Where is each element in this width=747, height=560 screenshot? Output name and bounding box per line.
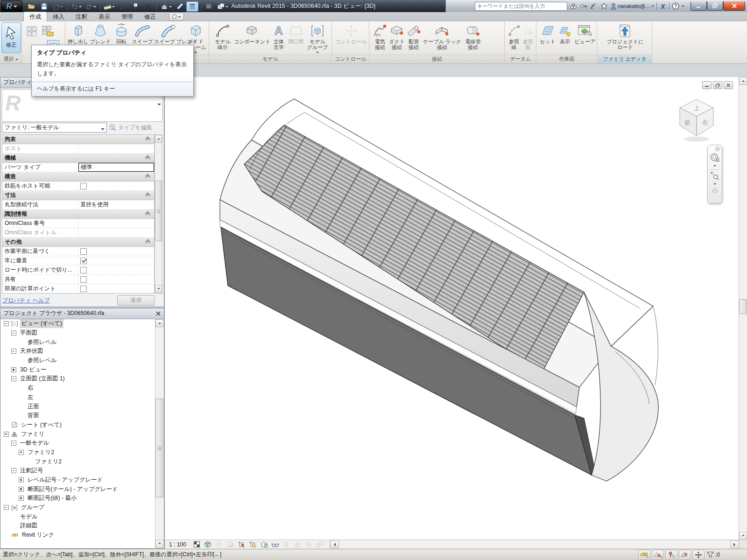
property-value[interactable]: [78, 228, 154, 237]
expander-minus-icon[interactable]: [11, 468, 16, 473]
tree-item[interactable]: Revit リンク: [1, 531, 155, 540]
modify-button[interactable]: 修正: [1, 22, 21, 53]
viewcube[interactable]: 上 前 右: [676, 96, 718, 143]
undo-button[interactable]: [69, 1, 83, 12]
tool-duct-connector[interactable]: ダクト接続: [388, 22, 405, 50]
tree-item[interactable]: ビュー (すべて): [1, 319, 155, 329]
panel-label-control[interactable]: コントロール: [332, 55, 369, 63]
checkbox-unchecked[interactable]: [80, 276, 87, 283]
tree-item[interactable]: 平面図: [1, 329, 155, 338]
tool-workplane-show[interactable]: 表示: [557, 22, 572, 45]
tool-conduit-connector[interactable]: 電線管接続: [462, 22, 484, 50]
property-value[interactable]: [78, 144, 154, 153]
tree-item[interactable]: ファミリ2: [1, 457, 155, 466]
property-value[interactable]: [78, 182, 154, 190]
sun-path-button[interactable]: [214, 540, 225, 549]
tree-item[interactable]: 右: [1, 384, 155, 393]
tool-model-line[interactable]: モデル線分: [213, 22, 233, 50]
sync-with-central-button[interactable]: [50, 1, 64, 12]
filter-button[interactable]: :0: [706, 551, 720, 558]
properties-scrollbar[interactable]: [155, 134, 162, 294]
browser-scrollbar[interactable]: [155, 319, 163, 548]
reveal-hidden-button[interactable]: [281, 540, 292, 549]
tool-control[interactable]: コントロール: [334, 22, 368, 45]
property-value[interactable]: 直径を使用: [78, 200, 154, 209]
text-button[interactable]: A: [142, 1, 154, 12]
family-category-button[interactable]: [41, 23, 55, 39]
navbar-collapse-button[interactable]: [708, 187, 722, 194]
tree-item[interactable]: 詳細図: [1, 521, 155, 531]
aligned-dimension-button[interactable]: [117, 1, 129, 12]
search-button[interactable]: [570, 2, 577, 10]
save-button[interactable]: [38, 1, 50, 12]
property-group-header[interactable]: 識別情報: [2, 210, 154, 219]
tree-item[interactable]: モデル: [1, 512, 155, 521]
worksharing-display-button[interactable]: [303, 540, 314, 549]
expander-plus-icon[interactable]: [19, 477, 24, 483]
crop-region-visibility-button[interactable]: [247, 540, 258, 549]
favorites-button[interactable]: [600, 2, 608, 10]
panel-label-model[interactable]: モデル: [209, 55, 331, 63]
communication-center-button[interactable]: [590, 2, 598, 10]
subscription-button[interactable]: [580, 2, 587, 10]
tool-workplane-set[interactable]: セット: [539, 22, 557, 45]
search-input[interactable]: [475, 2, 567, 11]
tool-reference-line[interactable]: 参照線: [507, 22, 521, 50]
tool-opening[interactable]: 開口部: [288, 22, 304, 45]
tree-item[interactable]: 正面: [1, 402, 155, 411]
properties-help-link[interactable]: プロパティ ヘルプ: [2, 297, 50, 305]
tool-reference-plane[interactable]: 参照面: [521, 22, 536, 50]
view-close-button[interactable]: [724, 81, 733, 89]
tree-item[interactable]: 断面記号(頭) - 最小: [1, 494, 155, 503]
expander-plus-icon[interactable]: [11, 367, 16, 372]
type-selector[interactable]: ファミリ: 一般モデル: [2, 123, 107, 133]
expander-plus-icon[interactable]: [19, 496, 24, 501]
application-menu-button[interactable]: R: [1, 0, 22, 13]
expander-minus-icon[interactable]: [19, 450, 24, 455]
tree-item[interactable]: 断面記号(テール) - アップグレード: [1, 484, 155, 494]
property-group-header[interactable]: 機械: [2, 154, 154, 163]
locked-3d-view-button[interactable]: [259, 540, 269, 549]
tree-item[interactable]: ファミリ: [1, 429, 155, 439]
view-minimize-button[interactable]: [702, 81, 712, 89]
account-menu-button[interactable]: nanakaito@…: [610, 3, 654, 10]
tree-item[interactable]: 参照レベル: [1, 337, 155, 347]
tag-by-category-button[interactable]: 1: [129, 1, 141, 12]
tab-管理[interactable]: 管理: [116, 12, 139, 21]
tool-revolve[interactable]: 回転: [112, 22, 131, 45]
tree-item[interactable]: レベル記号 - アップグレード: [1, 476, 155, 485]
panel-label-workplane[interactable]: 作業面: [537, 55, 597, 63]
expander-minus-icon[interactable]: [4, 432, 9, 437]
tree-item[interactable]: 立面図 (立面図 1): [1, 374, 155, 384]
select-underlay-button[interactable]: [652, 550, 664, 560]
checkbox-unchecked[interactable]: [80, 267, 87, 273]
tool-model-text[interactable]: A立体文字: [270, 22, 288, 50]
tab-作成[interactable]: 作成: [23, 12, 47, 21]
tool-viewer[interactable]: ビューア: [573, 22, 597, 45]
property-value[interactable]: 標準: [78, 163, 154, 172]
tool-load-into-project[interactable]: プロジェクトにロード: [601, 22, 649, 50]
tool-blend[interactable]: ブレンド: [89, 22, 112, 45]
view-restore-button[interactable]: [713, 81, 722, 89]
expander-minus-icon[interactable]: [4, 505, 9, 510]
tool-pipe-connector[interactable]: 配管接続: [405, 22, 422, 50]
expander-minus-icon[interactable]: [11, 376, 16, 381]
redo-button[interactable]: [84, 1, 98, 12]
checkbox-checked[interactable]: [80, 258, 87, 264]
steering-wheel-menu[interactable]: [708, 163, 722, 168]
select-panel-label[interactable]: 選択: [0, 55, 21, 63]
horizontal-scrollbar[interactable]: [330, 540, 739, 548]
restore-button[interactable]: [707, 1, 723, 11]
zoom-menu[interactable]: [708, 181, 722, 187]
project-browser-header[interactable]: プロジェクト ブラウザ - 3D0650640.rfa: [0, 308, 164, 319]
expander-minus-icon[interactable]: [11, 441, 16, 446]
property-value[interactable]: [78, 284, 154, 293]
tool-electrical-connector[interactable]: 電気接続: [372, 22, 388, 50]
tool-extrude[interactable]: 押し出し: [67, 22, 89, 45]
tool-cable-tray-connector[interactable]: ケーブル ラック接続: [422, 22, 462, 50]
expander-minus-icon[interactable]: [11, 330, 16, 336]
visual-style-button[interactable]: [203, 540, 213, 549]
tree-item[interactable]: 3D ビュー: [1, 365, 155, 374]
tab-修正[interactable]: 修正: [139, 12, 162, 21]
help-button[interactable]: ?: [672, 2, 679, 10]
